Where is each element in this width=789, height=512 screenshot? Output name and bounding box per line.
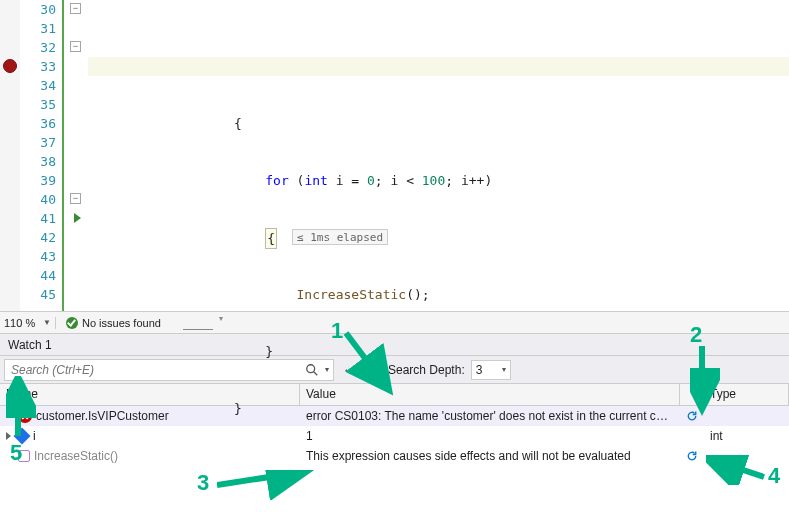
fold-toggle-icon[interactable]: − bbox=[70, 3, 81, 14]
expander-placeholder bbox=[6, 412, 14, 420]
expander-placeholder bbox=[6, 452, 14, 460]
line-number: 41 bbox=[20, 209, 56, 228]
next-statement-icon[interactable] bbox=[74, 213, 81, 223]
line-number: 44 bbox=[20, 266, 56, 285]
chevron-down-icon: ▼ bbox=[43, 318, 51, 327]
code-text: } bbox=[140, 399, 789, 418]
breakpoint-gutter[interactable] bbox=[0, 0, 20, 311]
code-text: ; i++) bbox=[445, 173, 492, 188]
check-icon bbox=[66, 317, 78, 329]
outline-gutter[interactable]: − − − bbox=[62, 0, 88, 311]
method-icon bbox=[18, 450, 30, 462]
breakpoint-icon[interactable] bbox=[3, 59, 17, 73]
line-number: 30 bbox=[20, 0, 56, 19]
line-number: 36 bbox=[20, 114, 56, 133]
code-text: { bbox=[140, 114, 789, 133]
error-icon bbox=[18, 409, 32, 423]
fold-toggle-icon[interactable]: − bbox=[70, 41, 81, 52]
code-text: (); bbox=[406, 287, 429, 302]
expand-toggle-icon[interactable] bbox=[6, 432, 11, 440]
line-number: 45 bbox=[20, 285, 56, 304]
line-number: 38 bbox=[20, 152, 56, 171]
current-statement: { bbox=[265, 228, 277, 249]
code-text: ; i < bbox=[375, 173, 422, 188]
zoom-dropdown[interactable]: 110 % ▼ bbox=[0, 317, 56, 329]
line-number: 33 bbox=[20, 57, 56, 76]
type: int bbox=[304, 173, 327, 188]
line-number: 32 bbox=[20, 38, 56, 57]
line-number: 34 bbox=[20, 76, 56, 95]
code-text: i = bbox=[328, 173, 367, 188]
line-number: 35 bbox=[20, 95, 56, 114]
line-number: 40 bbox=[20, 190, 56, 209]
file-health-scrubber[interactable] bbox=[183, 316, 213, 330]
number-literal: 0 bbox=[367, 173, 375, 188]
variable-icon bbox=[14, 428, 31, 445]
number-literal: 100 bbox=[422, 173, 445, 188]
code-text: ( bbox=[289, 173, 305, 188]
code-area[interactable]: public void Foo() { for (int i = 0; i < … bbox=[88, 0, 789, 311]
zoom-value: 110 % bbox=[4, 317, 35, 329]
perf-tip: ≤ 1ms elapsed bbox=[292, 229, 388, 245]
line-number: 43 bbox=[20, 247, 56, 266]
line-number: 37 bbox=[20, 133, 56, 152]
code-text bbox=[140, 173, 265, 188]
line-number-gutter: 30 31 32 33 34 35 36 37 38 39 40 41 42 4… bbox=[20, 0, 62, 311]
fold-toggle-icon[interactable]: − bbox=[70, 193, 81, 204]
keyword: for bbox=[265, 173, 288, 188]
code-text: } bbox=[140, 342, 789, 361]
line-number: 39 bbox=[20, 171, 56, 190]
code-text bbox=[140, 456, 789, 475]
watch-name[interactable]: IncreaseStatic() bbox=[34, 449, 118, 463]
line-number: 31 bbox=[20, 19, 56, 38]
line-number: 42 bbox=[20, 228, 56, 247]
code-text bbox=[140, 287, 297, 302]
method-call: IncreaseStatic bbox=[297, 287, 407, 302]
code-editor[interactable]: 30 31 32 33 34 35 36 37 38 39 40 41 42 4… bbox=[0, 0, 789, 312]
watch-name[interactable]: i bbox=[33, 429, 36, 443]
